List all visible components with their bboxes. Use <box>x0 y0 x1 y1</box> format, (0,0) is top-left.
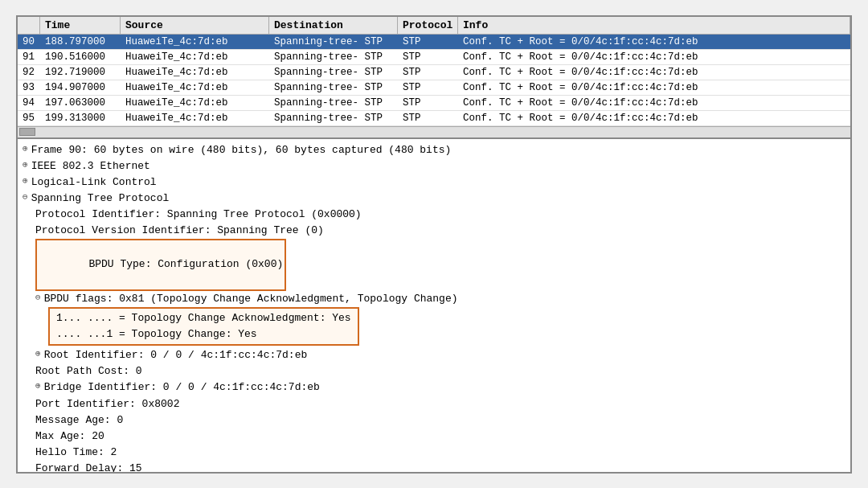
flag2-line: .... ...1 = Topology Change: Yes <box>56 326 351 342</box>
bpdu-flags-group: 1... .... = Topology Change Acknowledgme… <box>48 307 359 346</box>
cell-protocol: STP <box>398 80 458 95</box>
port-id-line: Port Identifier: 0x8002 <box>23 396 845 412</box>
frame-line: ⊕ Frame 90: 60 bytes on wire (480 bits),… <box>23 142 845 158</box>
protocol-id-text: Protocol Identifier: Spanning Tree Proto… <box>35 207 362 223</box>
bpdu-flags-text: BPDU flags: 0x81 (Topology Change Acknow… <box>44 291 458 307</box>
cell-time: 190.516000 <box>40 50 121 64</box>
protocol-version-text: Protocol Version Identifier: Spanning Tr… <box>35 223 324 239</box>
expand-icon-root-id[interactable]: ⊕ <box>35 347 41 361</box>
hello-time-text: Hello Time: 2 <box>35 445 117 461</box>
root-path-cost-line: Root Path Cost: 0 <box>23 363 845 379</box>
protocol-version-line: Protocol Version Identifier: Spanning Tr… <box>23 223 845 239</box>
cell-protocol: STP <box>398 50 458 64</box>
expand-icon-frame[interactable]: ⊕ <box>23 142 28 156</box>
expand-icon-bpdu-flags[interactable]: ⊖ <box>35 291 41 305</box>
cell-no: 93 <box>18 80 40 95</box>
bridge-id-line: ⊕ Bridge Identifier: 0 / 0 / 4c:1f:cc:4c… <box>23 379 845 396</box>
bpdu-type-line: BPDU Type: Configuration (0x00) <box>23 239 845 290</box>
cell-info: Conf. TC + Root = 0/0/4c:1f:cc:4c:7d:eb <box>458 96 850 110</box>
root-id-line: ⊕ Root Identifier: 0 / 0 / 4c:1f:cc:4c:7… <box>23 347 845 363</box>
cell-source: HuaweiTe_4c:7d:eb <box>121 50 269 64</box>
forward-delay-text: Forward Delay: 15 <box>35 461 142 471</box>
cell-source: HuaweiTe_4c:7d:eb <box>121 111 269 125</box>
cell-destination: Spanning-tree- STP <box>269 111 398 125</box>
cell-time: 188.797000 <box>40 35 121 49</box>
cell-info: Conf. TC + Root = 0/0/4c:1f:cc:4c:7d:eb <box>458 65 850 80</box>
cell-destination: Spanning-tree- STP <box>269 35 398 49</box>
cell-source: HuaweiTe_4c:7d:eb <box>121 80 269 95</box>
max-age-line: Max Age: 20 <box>23 429 845 445</box>
cell-no: 94 <box>18 96 40 110</box>
ethernet-text: IEEE 802.3 Ethernet <box>31 158 150 174</box>
message-age-line: Message Age: 0 <box>23 412 845 429</box>
expand-icon-llc[interactable]: ⊕ <box>23 174 28 188</box>
frame-text: Frame 90: 60 bytes on wire (480 bits), 6… <box>31 142 452 158</box>
scrollbar-thumb[interactable] <box>19 128 35 136</box>
cell-time: 194.907000 <box>40 80 121 95</box>
cell-time: 199.313000 <box>40 111 121 125</box>
cell-destination: Spanning-tree- STP <box>269 50 398 64</box>
packet-list-panel: Time Source Destination Protocol Info 90… <box>18 17 850 139</box>
stp-text: Spanning Tree Protocol <box>31 191 170 207</box>
expand-icon-ethernet[interactable]: ⊕ <box>23 158 28 172</box>
packet-row[interactable]: 95 199.313000 HuaweiTe_4c:7d:eb Spanning… <box>18 111 850 126</box>
cell-source: HuaweiTe_4c:7d:eb <box>121 35 269 49</box>
bpdu-type-box: BPDU Type: Configuration (0x00) <box>35 239 286 290</box>
cell-time: 192.719000 <box>40 65 121 80</box>
protocol-id-line: Protocol Identifier: Spanning Tree Proto… <box>23 207 845 223</box>
packet-row[interactable]: 91 190.516000 HuaweiTe_4c:7d:eb Spanning… <box>18 50 850 65</box>
cell-no: 90 <box>18 35 40 49</box>
expand-icon-bridge-id[interactable]: ⊕ <box>35 379 41 393</box>
cell-info: Conf. TC + Root = 0/0/4c:1f:cc:4c:7d:eb <box>458 35 850 49</box>
message-age-text: Message Age: 0 <box>35 412 123 429</box>
col-header-source: Source <box>121 17 269 34</box>
flag1-text: 1... .... = Topology Change Acknowledgme… <box>56 310 351 326</box>
cell-no: 92 <box>18 65 40 80</box>
ethernet-line: ⊕ IEEE 802.3 Ethernet <box>23 158 845 174</box>
packet-row[interactable]: 93 194.907000 HuaweiTe_4c:7d:eb Spanning… <box>18 80 850 96</box>
cell-destination: Spanning-tree- STP <box>269 96 398 110</box>
cell-destination: Spanning-tree- STP <box>269 65 398 80</box>
llc-line: ⊕ Logical-Link Control <box>23 174 845 191</box>
cell-info: Conf. TC + Root = 0/0/4c:1f:cc:4c:7d:eb <box>458 50 850 64</box>
cell-time: 197.063000 <box>40 96 121 110</box>
port-id-text: Port Identifier: 0x8002 <box>35 396 179 412</box>
expand-icon-stp[interactable]: ⊖ <box>23 191 28 204</box>
col-header-info: Info <box>458 17 850 34</box>
packet-row[interactable]: 94 197.063000 HuaweiTe_4c:7d:eb Spanning… <box>18 96 850 111</box>
horizontal-scrollbar[interactable] <box>18 126 850 137</box>
cell-protocol: STP <box>398 65 458 80</box>
cell-no: 91 <box>18 50 40 64</box>
root-id-text: Root Identifier: 0 / 0 / 4c:1f:cc:4c:7d:… <box>44 347 308 363</box>
bpdu-type-text: BPDU Type: Configuration (0x00) <box>88 258 283 270</box>
col-header-protocol: Protocol <box>398 17 458 34</box>
col-header-time: Time <box>40 17 121 34</box>
wireshark-window: Time Source Destination Protocol Info 90… <box>16 15 852 474</box>
packet-list-header: Time Source Destination Protocol Info <box>18 17 850 35</box>
cell-source: HuaweiTe_4c:7d:eb <box>121 96 269 110</box>
cell-no: 95 <box>18 111 40 125</box>
stp-line: ⊖ Spanning Tree Protocol <box>23 191 845 207</box>
bridge-id-text: Bridge Identifier: 0 / 0 / 4c:1f:cc:4c:7… <box>44 379 320 396</box>
cell-info: Conf. TC + Root = 0/0/4c:1f:cc:4c:7d:eb <box>458 111 850 125</box>
cell-protocol: STP <box>398 35 458 49</box>
cell-protocol: STP <box>398 111 458 125</box>
cell-destination: Spanning-tree- STP <box>269 80 398 95</box>
flag1-line: 1... .... = Topology Change Acknowledgme… <box>56 310 351 326</box>
bpdu-flags-line: ⊖ BPDU flags: 0x81 (Topology Change Ackn… <box>23 291 845 307</box>
packet-row[interactable]: 92 192.719000 HuaweiTe_4c:7d:eb Spanning… <box>18 65 850 80</box>
col-header-no <box>18 17 40 34</box>
cell-info: Conf. TC + Root = 0/0/4c:1f:cc:4c:7d:eb <box>458 80 850 95</box>
packet-row[interactable]: 90 188.797000 HuaweiTe_4c:7d:eb Spanning… <box>18 35 850 50</box>
max-age-text: Max Age: 20 <box>35 429 104 445</box>
col-header-destination: Destination <box>269 17 398 34</box>
root-path-cost-text: Root Path Cost: 0 <box>35 363 142 379</box>
flag2-text: .... ...1 = Topology Change: Yes <box>56 326 257 342</box>
hello-time-line: Hello Time: 2 <box>23 445 845 461</box>
packet-rows: 90 188.797000 HuaweiTe_4c:7d:eb Spanning… <box>18 35 850 126</box>
cell-source: HuaweiTe_4c:7d:eb <box>121 65 269 80</box>
llc-text: Logical-Link Control <box>31 174 157 191</box>
forward-delay-line: Forward Delay: 15 <box>23 461 845 471</box>
cell-protocol: STP <box>398 96 458 110</box>
packet-detail-panel: ⊕ Frame 90: 60 bytes on wire (480 bits),… <box>18 139 850 472</box>
